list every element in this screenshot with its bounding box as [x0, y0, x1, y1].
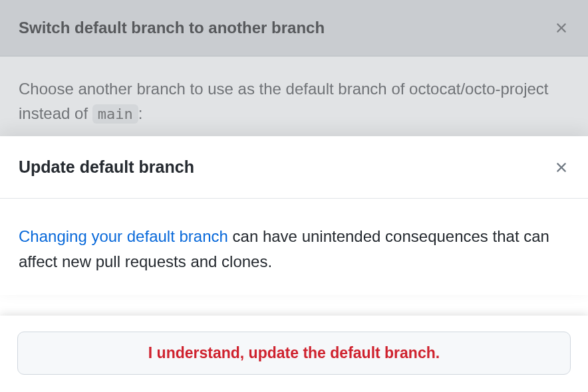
- background-modal-header: Switch default branch to another branch: [0, 0, 588, 56]
- modal-body: Changing your default branch can have un…: [0, 199, 588, 295]
- confirm-update-button[interactable]: I understand, update the default branch.: [17, 332, 571, 375]
- close-icon: [553, 20, 569, 36]
- background-body-suffix: :: [138, 104, 143, 122]
- changing-default-branch-link[interactable]: Changing your default branch: [19, 227, 228, 245]
- branch-name-code: main: [92, 104, 138, 124]
- background-modal-text: Choose another branch to use as the defa…: [19, 76, 569, 126]
- modal-title: Update default branch: [19, 157, 194, 177]
- background-switch-branch-modal: Switch default branch to another branch …: [0, 0, 588, 152]
- update-default-branch-modal: Update default branch Changing your defa…: [0, 136, 588, 295]
- confirm-area: I understand, update the default branch.: [0, 316, 588, 392]
- background-modal-title: Switch default branch to another branch: [19, 19, 325, 37]
- close-icon: [553, 159, 569, 175]
- background-close-button[interactable]: [553, 20, 569, 36]
- modal-warning-text: Changing your default branch can have un…: [19, 224, 569, 275]
- close-button[interactable]: [553, 159, 569, 175]
- modal-header: Update default branch: [0, 136, 588, 199]
